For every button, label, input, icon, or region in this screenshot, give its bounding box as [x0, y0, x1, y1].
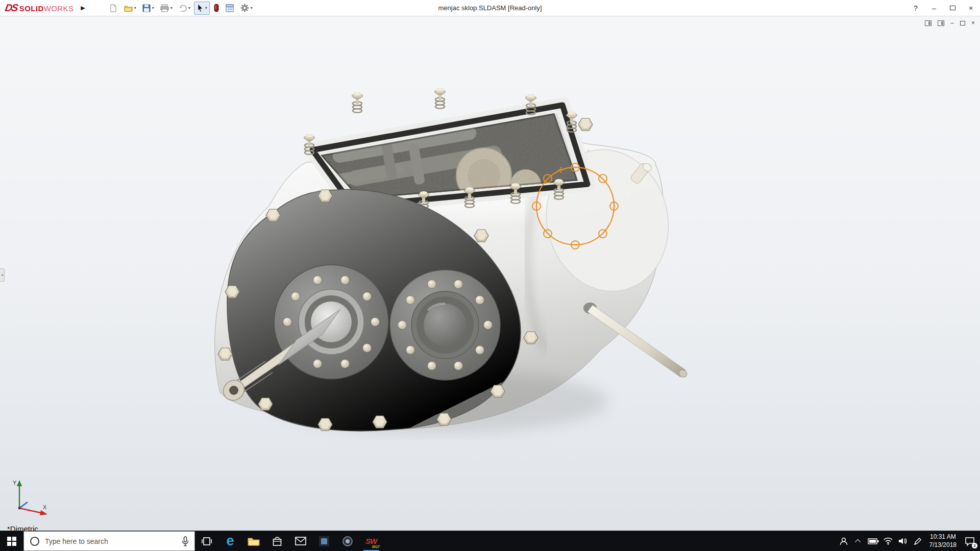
windows-taskbar: e SW 2017 — [0, 531, 980, 551]
options-dropdown-icon[interactable]: ▾ — [251, 6, 253, 10]
reference-triad: Y X — [10, 478, 53, 518]
network-button[interactable] — [881, 531, 896, 551]
undo-button[interactable]: ▾ — [176, 2, 192, 15]
system-tray: 10:31 AM 7/13/2018 2 — [837, 531, 980, 551]
solidworks-logo: DS SOLID WORKS — [5, 2, 74, 14]
select-tool-button[interactable]: ▾ — [194, 2, 210, 15]
search-input[interactable] — [45, 537, 177, 545]
app-maximize-button[interactable] — [943, 0, 962, 16]
clock-time: 10:31 AM — [929, 533, 957, 541]
windows-logo-icon — [7, 537, 16, 546]
people-icon — [839, 537, 848, 546]
task-view-icon — [202, 537, 212, 546]
right-bearing-boss — [390, 270, 500, 380]
edge-button[interactable]: e — [218, 531, 242, 551]
solidworks-logo-solid: SOLID — [19, 4, 44, 13]
gearbox-assembly-model[interactable] — [0, 16, 980, 531]
mail-button[interactable] — [289, 531, 312, 551]
volume-button[interactable] — [896, 531, 911, 551]
doc-close-button[interactable]: × — [971, 19, 975, 27]
app-minimize-button[interactable]: – — [925, 0, 943, 16]
design-table-icon — [225, 4, 234, 13]
pane-split-icon[interactable] — [925, 20, 932, 26]
task-view-button[interactable] — [195, 531, 218, 551]
action-center-button[interactable]: 2 — [961, 531, 979, 551]
new-document-icon — [109, 4, 118, 13]
battery-button[interactable] — [866, 531, 881, 551]
panel-collapse-tab[interactable]: ◂ — [0, 268, 5, 282]
quick-access-toolbar: ▾ ▾ ▾ ▾ ▾ ▾ — [107, 2, 255, 15]
print-icon — [160, 4, 169, 13]
file-explorer-icon — [248, 536, 260, 546]
x-axis-arrow — [40, 510, 47, 515]
select-dropdown-icon[interactable]: ▾ — [205, 6, 207, 10]
app-button-1[interactable] — [312, 531, 336, 551]
doc-restore-icon — [960, 21, 965, 26]
speaker-icon — [898, 537, 908, 545]
taskbar-search-box[interactable] — [23, 531, 195, 551]
new-document-button[interactable] — [107, 2, 120, 15]
open-icon — [124, 4, 133, 13]
solidworks-taskbar-button[interactable]: SW 2017 — [359, 531, 383, 551]
people-button[interactable] — [837, 531, 851, 551]
app-icon-1 — [318, 536, 330, 547]
edge-icon: e — [226, 534, 234, 548]
y-axis-arrow — [17, 480, 22, 486]
help-button[interactable]: ? — [906, 0, 925, 16]
z-axis-arrow — [19, 502, 28, 508]
save-button[interactable]: ▾ — [140, 2, 156, 15]
save-dropdown-icon[interactable]: ▾ — [152, 6, 154, 10]
x-axis-label: X — [43, 504, 47, 510]
pane-restore-icon[interactable] — [938, 20, 944, 26]
battery-icon — [868, 538, 879, 544]
options-button[interactable]: ▾ — [238, 2, 255, 15]
undo-dropdown-icon[interactable]: ▾ — [188, 6, 190, 10]
solidworks-logo-works: WORKS — [44, 4, 74, 13]
print-button[interactable]: ▾ — [158, 2, 175, 15]
show-hidden-icons-button[interactable] — [851, 531, 866, 551]
y-axis-label: Y — [13, 480, 17, 486]
save-icon — [142, 4, 151, 13]
file-explorer-button[interactable] — [242, 531, 265, 551]
microphone-icon[interactable] — [181, 536, 189, 546]
document-window-controls: – × — [925, 19, 975, 27]
mail-icon — [295, 537, 306, 545]
view-orientation-label: *Dimetric — [7, 524, 38, 531]
solidworks-app-icon: SW — [365, 537, 377, 545]
open-dropdown-icon[interactable]: ▾ — [134, 6, 136, 10]
doc-minimize-button[interactable]: – — [950, 19, 954, 27]
app-button-2[interactable] — [336, 531, 359, 551]
solidworks-logo-mark: DS — [4, 2, 18, 14]
start-button[interactable] — [0, 531, 23, 551]
menu-expand-icon[interactable]: ▶ — [81, 5, 85, 11]
app-window-controls: ? – × — [906, 0, 980, 16]
store-button[interactable] — [265, 531, 289, 551]
cortana-icon — [29, 536, 40, 547]
pen-icon — [914, 537, 922, 545]
design-table-button[interactable] — [223, 2, 236, 15]
store-icon — [272, 536, 282, 546]
app-icon-2 — [342, 536, 353, 547]
print-dropdown-icon[interactable]: ▾ — [170, 6, 173, 10]
appearance-icon — [213, 3, 219, 13]
options-gear-icon — [240, 3, 250, 13]
solidworks-app-icon-year: 2017 — [372, 545, 380, 548]
clock-date: 7/13/2018 — [929, 541, 957, 549]
graphics-viewport[interactable]: – × ◂ — [0, 16, 980, 531]
app-close-button[interactable]: × — [962, 0, 980, 16]
clock[interactable]: 10:31 AM 7/13/2018 — [925, 533, 961, 549]
notification-badge: 2 — [972, 543, 977, 548]
undo-icon — [178, 4, 187, 13]
wifi-icon — [883, 537, 893, 545]
window-title: menjac sklop.SLDASM [Read-only] — [438, 4, 542, 12]
windows-ink-button[interactable] — [911, 531, 925, 551]
chevron-up-icon — [855, 539, 861, 544]
doc-restore-button[interactable] — [960, 21, 965, 26]
titlebar: DS SOLID WORKS ▶ ▾ ▾ ▾ ▾ ▾ — [0, 0, 980, 16]
appearance-button[interactable] — [211, 2, 222, 15]
open-button[interactable]: ▾ — [121, 2, 138, 15]
select-cursor-icon — [197, 4, 204, 12]
maximize-icon — [950, 6, 955, 10]
